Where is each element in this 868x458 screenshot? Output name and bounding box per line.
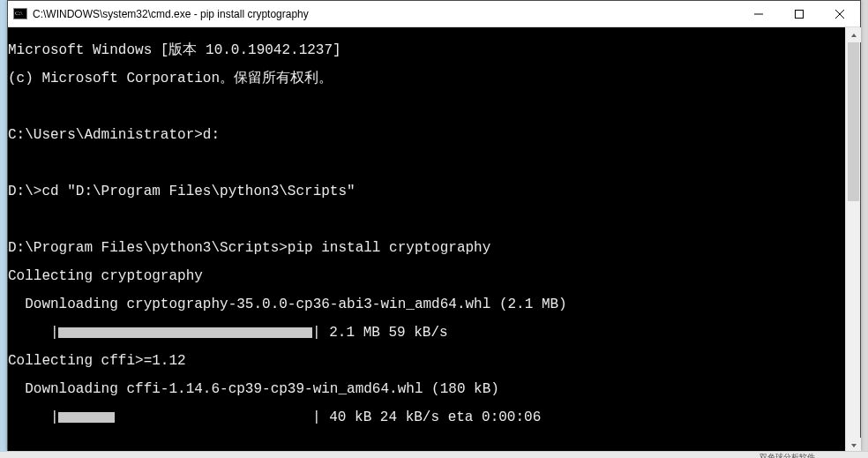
terminal-line: (c) Microsoft Corporation。保留所有权利。 [8, 71, 845, 86]
vertical-scrollbar[interactable] [845, 27, 860, 453]
titlebar[interactable]: C:\ C:\WINDOWS\system32\cmd.exe - pip in… [8, 1, 860, 27]
progress-prefix [8, 325, 50, 341]
terminal-line: C:\Users\Administrator>d: [8, 128, 845, 142]
maximize-button[interactable] [779, 1, 819, 26]
terminal-line: Downloading cryptography-35.0.0-cp36-abi… [8, 297, 845, 312]
progress-bar-1 [58, 327, 312, 339]
svg-marker-7 [851, 444, 857, 447]
client-area: Microsoft Windows [版本 10.0.19042.1237] (… [8, 27, 860, 453]
window-controls [738, 1, 860, 26]
terminal-line [8, 100, 845, 114]
cmd-window: C:\ C:\WINDOWS\system32\cmd.exe - pip in… [7, 0, 861, 451]
progress-suffix: 40 kB 24 kB/s eta 0:00:06 [321, 409, 542, 425]
terminal-line: D:\Program Files\python3\Scripts>pip ins… [8, 241, 845, 255]
terminal-line: Collecting cffi>=1.12 [8, 354, 845, 368]
terminal-line: Collecting cryptography [8, 269, 845, 283]
taskbar-item-label: 双色球分析软件 [760, 452, 815, 458]
close-button[interactable] [819, 1, 860, 26]
scroll-up-button[interactable] [846, 27, 861, 42]
terminal-line: Downloading cffi-1.14.6-cp39-cp39-win_am… [8, 382, 845, 396]
progress-prefix [8, 409, 50, 425]
terminal-line: D:\>cd "D:\Program Files\python3\Scripts… [8, 184, 845, 199]
progress-line-2: || 40 kB 24 kB/s eta 0:00:06 [8, 410, 845, 424]
terminal-line [8, 213, 845, 227]
window-title: C:\WINDOWS\system32\cmd.exe - pip instal… [33, 8, 738, 20]
terminal-line: Microsoft Windows [版本 10.0.19042.1237] [8, 43, 845, 57]
progress-suffix: 2.1 MB 59 kB/s [321, 325, 448, 341]
cmd-icon: C:\ [8, 1, 33, 27]
terminal-output[interactable]: Microsoft Windows [版本 10.0.19042.1237] (… [8, 27, 845, 453]
scroll-thumb[interactable] [848, 42, 859, 201]
terminal-line [8, 156, 845, 170]
svg-rect-3 [796, 10, 804, 18]
svg-marker-6 [851, 34, 857, 37]
desktop-taskbar-hint: 双色球分析软件 [0, 451, 868, 458]
svg-text:C:\: C:\ [15, 10, 23, 17]
progress-bar-2 [58, 411, 312, 424]
progress-line-1: || 2.1 MB 59 kB/s [8, 326, 845, 340]
minimize-button[interactable] [738, 1, 779, 26]
